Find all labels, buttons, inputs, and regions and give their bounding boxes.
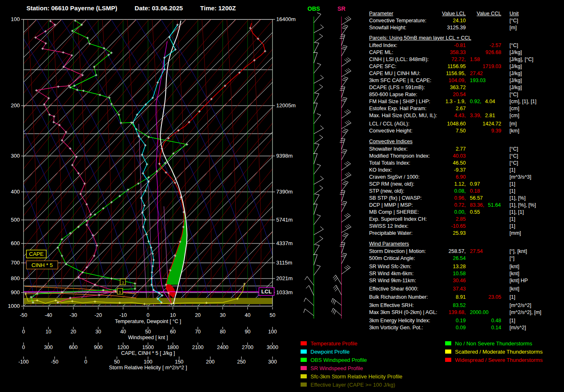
param-unit: [1] [509,167,515,173]
value-lcl-cell: 139.68, [440,309,466,316]
value-lcl-cell: 24.10 [440,17,466,24]
param-value: 193.03 [470,78,486,83]
table-row: KO Index:-9.37[1] [369,167,563,174]
param-unit: [°C] [509,92,518,97]
table-row: LCL / CCL (AGL):1048.601424.72[m] [369,120,563,128]
param-label: SR Wind 4km-6km: [369,271,414,276]
pressure-tick-label: 200 [11,102,20,109]
param-unit: [°C] [509,160,518,166]
param-value: 83.52 [453,302,466,308]
value-lcl-cell: 0.09 [440,324,466,331]
param-value: 72.72, [451,57,466,62]
sr-barb-column: SR [332,5,351,319]
value-ccl-cell [466,24,507,31]
param-unit: [1] [509,216,515,222]
axis-tick-label: 150 [175,359,183,365]
param-label: Precipitable Water: [369,230,412,236]
param-value: 1.58 [470,57,480,62]
sr-barb-column-label: SR [337,5,345,12]
value-ccl-cell [466,302,507,309]
param-label: 850-600 Lapse Rate: [369,92,417,97]
param-label: Storm Direction | Motion: [369,248,426,254]
profile-legend-item: OBS Windspeed Profile [301,356,403,364]
param-value: 926.68 [486,50,501,55]
table-row: FM Hail Size | SHIP | LHP:1.3 - 1.9,0.92… [369,98,563,105]
param-value: 0.97 [470,181,480,187]
axis-tick-label: -40 [45,312,52,318]
value-ccl-cell: 193.03 [466,77,507,84]
param-value: 0.19 [456,318,466,324]
table-row: STP (new, old):0.08,0.18[1] [369,188,563,195]
value-ccl-cell: 0.97 [466,181,507,188]
pressure-tick-label: 1000 [8,303,20,309]
col-parameter: Parameter [369,11,393,17]
param-unit: [m/s^2] [509,325,526,331]
table-row: SR Wind 9km-11km:30.46[knt] HP [369,277,563,284]
x-axis-3: -100-50050100150200250300Storm Relative … [18,357,277,371]
value-lcl-cell: 0.96, [440,195,466,202]
pressure-tick-label: 100 [11,16,20,22]
param-unit: [m^2/s^2] [509,302,531,308]
param-label: Total Totals Index: [369,160,410,166]
param-unit: [m^3/s^3] [509,174,531,180]
value-ccl-cell [466,167,507,174]
param-unit: [J/kg] [509,50,522,55]
param-value: 2.85 [456,216,466,222]
value-ccl-cell [466,223,507,230]
x-axis-1: 0102030405060708090100Windspeed [ knt ] [22,327,277,340]
param-label: Convective Height: [369,128,412,134]
param-value: 1156.95 [448,64,466,69]
param-label: Lifted Index: [369,43,397,48]
table-gap [369,31,563,34]
param-label: Snowfall Height: [369,25,406,31]
value-lcl-cell: 8.91 [440,294,466,301]
value-ccl-cell: 0.92,4.04 [466,98,507,105]
axis-tick-label: 1500 [142,345,154,350]
axis-tick-label: 20 [71,329,76,335]
param-unit: [°] [509,255,514,261]
axis-tick-label: 250 [237,359,246,365]
legend-label: Scattered / Moderate Thunderstorms [455,349,543,355]
param-label: FM Hail Size | SHIP | LHP: [369,99,430,104]
table-row: 3km SFC CAPE | IL CAPE:104.09,193.03[J/k… [369,77,563,84]
param-label: CAPE ML: [369,50,393,55]
value-ccl-cell [466,255,507,262]
axis-tick-label: 50 [270,312,275,318]
sr-windspeed-profile [36,21,116,302]
value-ccl-cell: 9.39 [466,128,507,135]
lcl-label: LCL [261,288,272,295]
param-value: 9.39 [491,128,501,134]
altitude-label: 1033m [276,289,293,295]
axis-tick-label: 1800 [167,345,179,350]
table-row: Exp. Supercell Index CH:2.85[1] [369,216,563,223]
param-value: 23.05 [488,294,501,300]
param-value: 0.00, [454,209,466,215]
value-lcl-cell: 4.43, [440,112,466,119]
table-row: Total Totals Index:46.50[°C] [369,160,563,167]
value-lcl-cell: 104.09, [440,77,466,84]
param-unit: [knt] [509,286,519,292]
param-unit: [1] [509,223,515,229]
param-label: SB STP (fix) | CWASP: [369,195,422,201]
param-unit: [m^2/s^2], [m] [509,309,541,315]
value-lcl-cell: 6.90 [440,174,466,181]
pressure-tick-label: 500 [11,217,20,223]
value-ccl-cell: 0.18 [466,188,507,195]
param-unit: [J/kg] [509,78,522,83]
param-value: 0.48 [491,318,501,324]
param-value: 363.72 [450,85,466,90]
value-ccl-cell: 1.58 [466,56,507,63]
value-lcl-cell: 3125.39 [440,24,466,31]
table-row: Storm Direction | Motion:258.57,27.54[°]… [369,248,563,255]
param-value: 83.36, [470,202,484,208]
legend-label: SR Windspeed Profile [310,365,363,371]
table-row: Estofex Exp. Hail Param:2.67[cm] [369,105,563,112]
value-lcl-cell: 25.93 [440,230,466,237]
pressure-tick-label: 400 [11,189,20,195]
param-value: 358.33 [450,50,466,55]
legend-swatch [301,358,307,362]
param-unit: [1] [509,318,515,324]
value-ccl-cell: 83.36,51.64 [466,202,507,209]
profile-legend: Temperature ProfileDewpoint ProfileOBS W… [301,339,403,389]
param-label: SCP RM (new, old): [369,181,415,187]
